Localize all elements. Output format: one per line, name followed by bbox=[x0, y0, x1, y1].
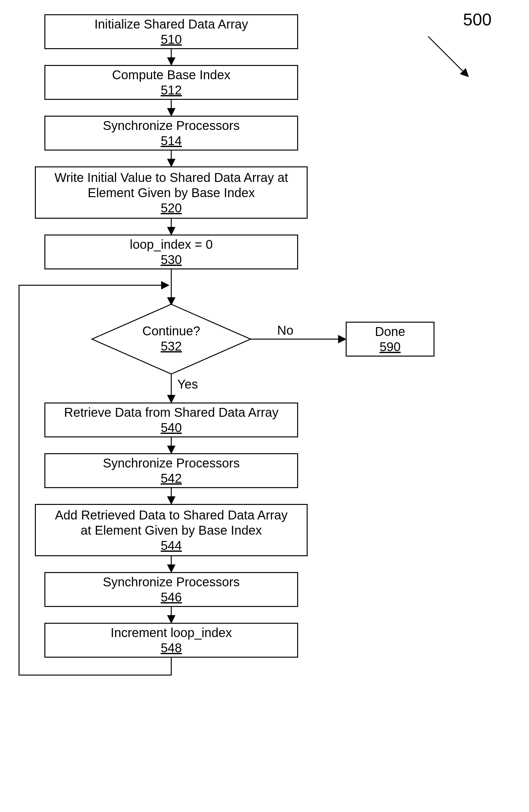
box-ref: 546 bbox=[161, 590, 182, 605]
box-write-initial-value: Write Initial Value to Shared Data Array… bbox=[35, 166, 308, 219]
box-increment-loop-index: Increment loop_index 548 bbox=[44, 623, 298, 658]
box-sync-processors-514: Synchronize Processors 514 bbox=[44, 116, 298, 150]
box-title: Synchronize Processors bbox=[103, 574, 240, 590]
box-initialize-shared-data-array: Initialize Shared Data Array 510 bbox=[44, 14, 298, 49]
box-add-retrieved-data: Add Retrieved Data to Shared Data Array … bbox=[35, 504, 308, 556]
box-ref: 510 bbox=[161, 32, 182, 47]
box-retrieve-data: Retrieve Data from Shared Data Array 540 bbox=[44, 403, 298, 437]
figure-ref-500: 500 bbox=[463, 10, 491, 29]
label-yes: Yes bbox=[176, 377, 199, 391]
box-ref: 590 bbox=[380, 339, 401, 354]
decision-title: Continue? bbox=[124, 323, 219, 338]
box-title: Initialize Shared Data Array bbox=[95, 16, 248, 32]
box-ref: 530 bbox=[161, 252, 182, 267]
box-title-line1: Write Initial Value to Shared Data Array… bbox=[55, 170, 288, 185]
box-ref: 542 bbox=[161, 471, 182, 486]
box-ref: 540 bbox=[161, 420, 182, 435]
box-title-line2: at Element Given by Base Index bbox=[81, 523, 262, 538]
box-sync-processors-546: Synchronize Processors 546 bbox=[44, 572, 298, 607]
box-ref: 512 bbox=[161, 83, 182, 98]
box-title-line1: Add Retrieved Data to Shared Data Array bbox=[55, 507, 288, 523]
box-ref: 544 bbox=[161, 538, 182, 553]
box-title: Compute Base Index bbox=[112, 67, 231, 83]
box-title: Increment loop_index bbox=[111, 625, 232, 640]
label-no: No bbox=[276, 323, 295, 337]
box-title: Synchronize Processors bbox=[103, 455, 240, 471]
decision-ref: 532 bbox=[124, 338, 219, 354]
box-done: Done 590 bbox=[346, 322, 434, 357]
box-ref: 548 bbox=[161, 640, 182, 655]
box-title: loop_index = 0 bbox=[130, 237, 213, 252]
box-title: Synchronize Processors bbox=[103, 118, 240, 133]
decision-continue: Continue? 532 bbox=[124, 323, 219, 354]
box-loop-index-zero: loop_index = 0 530 bbox=[44, 234, 298, 270]
box-ref: 514 bbox=[161, 133, 182, 148]
box-title-line2: Element Given by Base Index bbox=[88, 185, 255, 200]
box-title: Retrieve Data from Shared Data Array bbox=[64, 405, 278, 420]
box-compute-base-index: Compute Base Index 512 bbox=[44, 65, 298, 100]
box-ref: 520 bbox=[161, 200, 182, 216]
box-title: Done bbox=[375, 324, 405, 339]
box-sync-processors-542: Synchronize Processors 542 bbox=[44, 453, 298, 488]
